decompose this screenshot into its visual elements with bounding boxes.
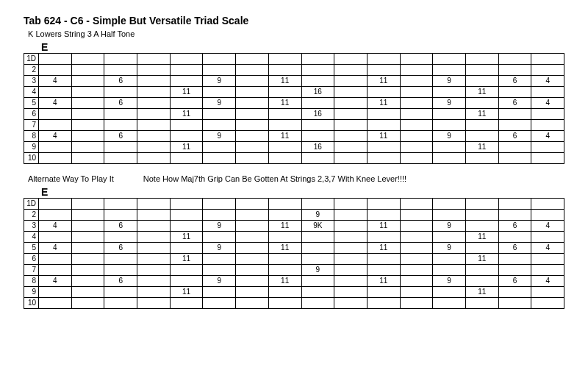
tab-cell [71,276,104,287]
tab-cell [400,98,433,109]
tab-cell [400,199,433,210]
tab-cell: 9 [203,276,236,287]
tab-cell: 11 [367,98,400,109]
tab-cell [433,153,466,164]
tab-cell [104,153,137,164]
tab-cell [334,142,368,153]
tab-cell: 6 [498,98,531,109]
tab-cell [301,76,334,87]
tab-cell [301,131,334,142]
tab-cell [71,199,104,210]
tab-cell [137,98,171,109]
tab-cell [498,87,531,98]
tab-cell [236,131,269,142]
tab-cell [104,54,137,65]
tab-cell [400,131,433,142]
tab-cell [498,153,531,164]
tab-cell: 11 [465,232,498,243]
tab-cell [137,65,171,76]
tab-cell [334,54,368,65]
tab-cell [170,65,203,76]
tab-cell: 6 [498,221,531,232]
tab-cell [498,232,531,243]
tab-cell [498,65,531,76]
tab-cell [71,54,104,65]
tab-cell [498,254,531,265]
tab-cell [498,287,531,298]
tab-cell: 9 [203,98,236,109]
tab-cell [531,254,564,265]
tab-cell [367,287,400,298]
tab-cell [39,298,72,309]
tab-cell [498,210,531,221]
tab-cell [334,98,368,109]
tab-cell [137,265,171,276]
tab-cell [367,298,400,309]
tab-row: 54691111964 [24,243,564,254]
tab-cell [39,287,72,298]
tab-row: 4111611 [24,87,564,98]
tab-cell [39,109,72,120]
tab-cell [367,265,400,276]
tab-cell [137,153,171,164]
tab-cell: 6 [498,276,531,287]
tab-row: 61111 [24,254,564,265]
tab-cell: 11 [268,276,301,287]
tab-cell [170,199,203,210]
row-label: 5 [24,243,39,254]
tab-cell [104,210,137,221]
tab-cell: 9 [301,210,334,221]
tab-cell [236,243,269,254]
tab-cell [170,298,203,309]
tab-cell [268,232,301,243]
row-label: 7 [24,265,39,276]
tab-row: 84691111964 [24,276,564,287]
tab-cell [367,210,400,221]
tab-cell: 11 [170,254,203,265]
tab-cell: 6 [104,76,137,87]
tab-cell [334,287,368,298]
tab-cell: 11 [465,142,498,153]
tab-cell [203,265,236,276]
row-label: 7 [24,120,39,131]
tab-cell [367,54,400,65]
tab-cell [71,243,104,254]
tab-cell: 6 [104,276,137,287]
tab-row: 10 [24,153,564,164]
tab-cell: 4 [531,76,564,87]
tab-cell [170,276,203,287]
tab-cell [301,287,334,298]
tab-cell [334,131,368,142]
tab-cell [236,232,269,243]
tab-cell [104,87,137,98]
tab-cell [531,153,564,164]
tab-cell [531,65,564,76]
tab-cell: 9 [433,276,466,287]
tab-cell [301,120,334,131]
tab-cell [71,298,104,309]
tab-cell [433,120,466,131]
tab-cell [39,54,72,65]
tab-cell [465,221,498,232]
tab-cell: 4 [39,98,72,109]
tab-row: 2 [24,65,564,76]
tab-cell: 9 [433,243,466,254]
tab-cell [400,120,433,131]
tab-cell [334,87,368,98]
tab-cell [71,287,104,298]
row-label: 2 [24,65,39,76]
tab-cell [268,87,301,98]
tab-cell [39,142,72,153]
tab-cell [301,254,334,265]
tab-cell [301,199,334,210]
tab-cell [367,232,400,243]
tab-cell [236,254,269,265]
row-label: 6 [24,109,39,120]
tab-row: 9111611 [24,142,564,153]
tab-cell [268,65,301,76]
tab-cell: 9 [433,76,466,87]
tab-cell [39,232,72,243]
tab-cell [400,109,433,120]
tab-cell [400,221,433,232]
tab-cell: 11 [268,243,301,254]
